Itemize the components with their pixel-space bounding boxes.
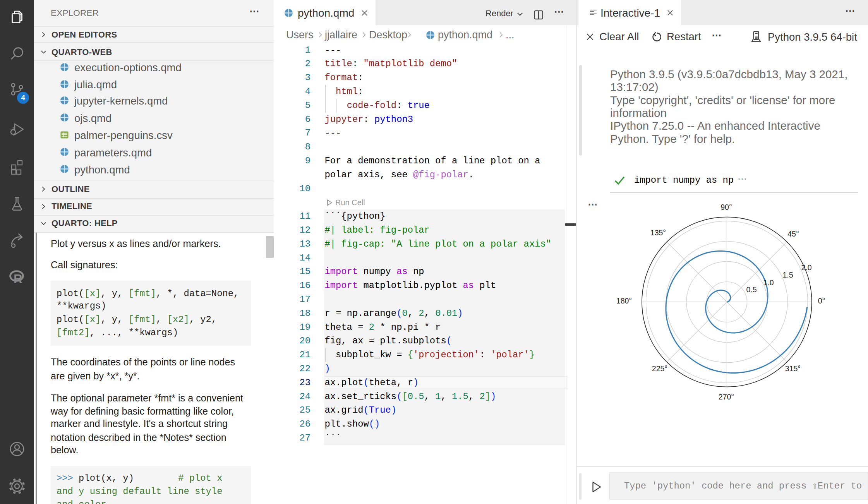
svg-text:0°: 0° bbox=[818, 297, 825, 305]
svg-text:225°: 225° bbox=[652, 364, 667, 373]
svg-text:2.0: 2.0 bbox=[801, 263, 811, 272]
svg-text:180°: 180° bbox=[616, 297, 632, 305]
svg-text:315°: 315° bbox=[785, 364, 801, 373]
svg-text:270°: 270° bbox=[719, 393, 734, 401]
svg-text:45°: 45° bbox=[787, 230, 799, 238]
svg-text:135°: 135° bbox=[650, 228, 666, 237]
svg-text:1.5: 1.5 bbox=[782, 271, 793, 279]
svg-text:1.0: 1.0 bbox=[763, 278, 774, 287]
svg-text:90°: 90° bbox=[720, 203, 732, 211]
svg-text:0.5: 0.5 bbox=[746, 285, 756, 294]
